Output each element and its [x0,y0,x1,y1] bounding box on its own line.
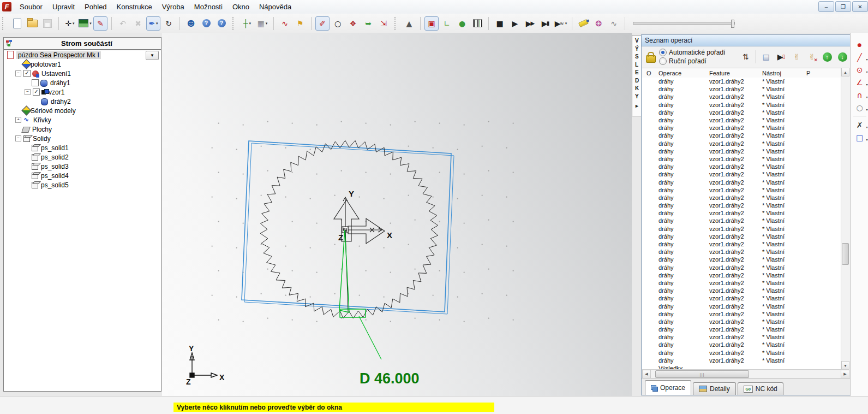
operation-row[interactable]: dráhyvzor1.dráhy2* Vlastní [642,240,841,248]
operation-row[interactable]: dráhyvzor1.dráhy2* Vlastní [642,124,841,132]
tree-item-label[interactable]: Plochy [32,126,52,133]
unhold-operation-button[interactable]: ✌✕ [805,50,819,64]
arc-tool-button[interactable]: ∩▾ [852,88,868,101]
operation-row[interactable]: dráhyvzor1.dráhy2* Vlastní [642,132,841,139]
tree-item-ps-solid4[interactable]: ps_solid4 [4,171,161,180]
close-button[interactable]: ✕ [852,1,868,12]
operation-row[interactable]: dráhyvzor1.dráhy2* Vlastní [642,194,841,202]
selected-segment[interactable] [340,309,366,317]
operation-row[interactable]: dráhyvzor1.dráhy2* Vlastní [642,279,841,287]
operation-row[interactable]: dráhyvzor1.dráhy2* Vlastní [642,341,841,348]
operation-row[interactable]: dráhyvzor1.dráhy2* Vlastní [642,170,841,178]
root-part-name[interactable]: púzdro Sea Prospector Mk I [16,51,101,59]
sim-stop-button[interactable]: ■ [493,16,507,31]
line-tool-button[interactable]: ╱▾ [852,51,868,63]
menu-konstrukce[interactable]: Konstrukce [112,1,157,13]
radio-unselected-icon[interactable] [659,57,667,65]
solid-wedge-button[interactable]: ❖ [346,16,360,31]
move-up-button[interactable]: ↑ [820,50,834,64]
undo-button[interactable]: ↶ [116,16,130,31]
operation-row[interactable]: dráhyvzor1.dráhy2* Vlastní [642,287,841,294]
tab-nc-k-d[interactable]: G0NC kód [738,382,783,395]
operation-row[interactable]: dráhyvzor1.dráhy2* Vlastní [642,357,841,364]
manual-order-radio[interactable]: Ruční pořadí [659,57,725,65]
collapse-right-icon[interactable]: ► [634,102,639,110]
redo-rotate-button[interactable]: ↻ [161,16,176,31]
operation-row[interactable]: dráhyvzor1.dráhy2* Vlastní [642,264,841,271]
tree-item-plochy[interactable]: Plochy [4,125,161,134]
operation-row[interactable]: dráhyvzor1.dráhy2* Vlastní [642,202,841,209]
tab-detaily[interactable]: Detaily [693,382,736,395]
user-profile-button[interactable]: ☻ [184,16,198,31]
tree-item-ustaven-1[interactable]: −✓Ustavení1 [4,69,161,78]
minimize-button[interactable]: – [818,1,834,12]
tree-item-label[interactable]: ps_solid5 [41,181,69,189]
operation-properties-button[interactable]: ▤ [759,50,773,64]
tree-item-label[interactable]: ps_solid4 [41,172,69,180]
scroll-up-icon[interactable]: ▲ [841,68,849,76]
transform-axes-button[interactable]: ⇲ [376,16,391,31]
vscroll-thumb[interactable] [842,243,849,265]
tree-item-label[interactable]: vzor1 [49,88,64,96]
collapse-icon[interactable]: − [25,89,31,95]
operation-row[interactable]: dráhyvzor1.dráhy2* Vlastní [642,333,841,341]
operations-table-header[interactable]: OOperaceFeatureNástrojP [642,68,841,78]
operation-row[interactable]: dráhyvzor1.dráhy2* Vlastní [642,178,841,186]
rectangle-tool-button[interactable]: □▾ [852,131,868,144]
operation-row[interactable]: dráhyvzor1.dráhy2* Vlastní [642,217,841,224]
operation-row[interactable]: dráhyvzor1.dráhy2* Vlastní [642,271,841,279]
cad-viewport[interactable]: Y X Z D 46.000 Y X Z [162,33,632,396]
pan-view-button[interactable]: ✛▾ [63,16,77,31]
operation-row[interactable]: dráhyvzor1.dráhy2* Vlastní [642,294,841,302]
move-down-button[interactable]: ↓ [835,50,849,64]
analyze-button[interactable]: ❂ [591,16,606,31]
operation-row[interactable]: dráhyvzor1.dráhy2* Vlastní [642,116,841,124]
graph-button[interactable]: ∿ [607,16,621,31]
sim-fast-forward-button[interactable]: ▶▶ [523,16,537,31]
scroll-right-icon[interactable]: ▶ [841,370,849,378]
operation-row[interactable]: dráhyvzor1.dráhy2* Vlastní [642,349,841,357]
tree-item-label[interactable]: Křivky [33,116,51,124]
toothed-profile[interactable] [260,140,438,318]
tree-item-polotovar1[interactable]: polotovar1 [4,60,161,69]
hold-operation-button[interactable]: ✌ [789,50,804,64]
trim-tool-button[interactable]: ✗▾ [852,119,868,131]
menu-výroba[interactable]: Výroba [157,1,189,13]
select-tool-button[interactable]: ✒▾ [146,16,160,31]
menu-nápověda[interactable]: Nápověda [254,1,296,13]
menu-pohled[interactable]: Pohled [80,1,111,13]
operation-row[interactable]: dráhyvzor1.dráhy2* Vlastní [642,302,841,310]
root-dropdown-button[interactable]: ▼ [146,51,159,60]
workplane-axes-button[interactable]: ┼▾ [240,16,254,31]
tree-item-dr-hy1[interactable]: dráhy1 [4,78,161,87]
view-plane-button[interactable]: ▾ [78,16,92,31]
tangent-circle-tool-button[interactable]: ○▾ [852,101,868,114]
operation-row[interactable]: dráhyvzor1.dráhy2* Vlastní [642,155,841,163]
operation-row[interactable]: dráhyvzor1.dráhy2* Vlastní [642,163,841,170]
operation-row[interactable]: dráhyvzor1.dráhy2* Vlastní [642,78,841,85]
column-header-nástroj[interactable]: Nástroj [762,70,806,76]
curve-edit-button[interactable]: ∿ [278,16,292,31]
context-help-button[interactable]: ? [199,16,213,31]
operation-row[interactable]: dráhyvzor1.dráhy2* Vlastní [642,233,841,240]
circle-tool-button[interactable]: ⊙▾ [852,63,868,76]
operation-row[interactable]: dráhyvzor1.dráhy2* Vlastní [642,85,841,93]
hscroll-thumb[interactable]: ||| [655,370,749,378]
visibility-checkbox[interactable] [32,79,39,86]
menu-soubor[interactable]: Soubor [15,1,47,13]
tree-item-label[interactable]: ps_solid3 [41,163,69,170]
radio-selected-icon[interactable] [659,49,667,56]
operations-hscrollbar[interactable]: ◀ ||| ▶ [642,369,849,378]
operation-row[interactable]: dráhyvzor1.dráhy2* Vlastní [642,256,841,263]
operation-row[interactable]: dráhyvzor1.dráhy2* Vlastní [642,186,841,194]
restore-button[interactable]: ❐ [835,1,851,12]
scroll-down-icon[interactable]: ▼ [841,361,849,370]
grid-snap-button[interactable]: ▦▾ [255,16,270,31]
reorder-button[interactable]: ⇅ [739,50,753,64]
collapse-icon[interactable]: − [15,70,21,76]
tree-item-ps-solid1[interactable]: ps_solid1 [4,143,161,152]
tree-item-label[interactable]: ps_solid2 [41,153,69,161]
tree-item-label[interactable]: dráhy2 [51,98,71,105]
tree-item-ps-solid3[interactable]: ps_solid3 [4,162,161,171]
delete-operation-button[interactable]: ▶▯ [774,50,788,64]
